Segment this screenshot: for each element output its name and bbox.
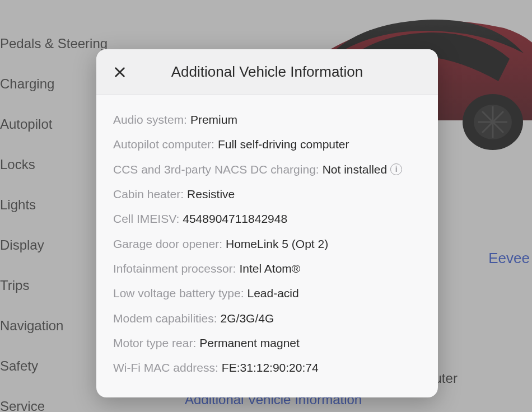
info-value: Premium	[190, 112, 237, 128]
modal-body: Audio system:PremiumAutopilot computer:F…	[96, 95, 438, 397]
info-row: Wi-Fi MAC address:FE:31:12:90:20:74	[113, 355, 421, 380]
info-row: Cabin heater:Resistive	[113, 182, 421, 207]
info-icon[interactable]: i	[390, 163, 402, 175]
info-row: Modem capabilities:2G/3G/4G	[113, 306, 421, 331]
info-row: Cell IMEISV:4548904711842948	[113, 207, 421, 231]
info-label: Low voltage battery type:	[113, 285, 244, 301]
close-button[interactable]	[110, 62, 130, 82]
info-value: FE:31:12:90:20:74	[222, 360, 319, 376]
close-icon	[114, 66, 126, 78]
info-label: Cell IMEISV:	[113, 211, 179, 227]
info-row: CCS and 3rd-party NACS DC charging:Not i…	[113, 157, 421, 182]
additional-vehicle-info-modal: Additional Vehicle Information Audio sys…	[96, 49, 438, 397]
info-label: Autopilot computer:	[113, 137, 214, 152]
info-value: Permanent magnet	[199, 335, 300, 351]
info-row: Garage door opener:HomeLink 5 (Opt 2)	[113, 232, 421, 256]
info-value: Lead-acid	[247, 285, 298, 301]
info-value: Not installed	[323, 162, 388, 177]
info-value: Resistive	[187, 186, 235, 202]
info-value: Intel Atom®	[239, 261, 300, 277]
info-label: Garage door opener:	[113, 236, 222, 252]
modal-title: Additional Vehicle Information	[130, 63, 424, 81]
info-label: Audio system:	[113, 112, 187, 128]
info-value: HomeLink 5 (Opt 2)	[226, 236, 328, 252]
info-label: Wi-Fi MAC address:	[113, 360, 218, 376]
info-row: Autopilot computer:Full self-driving com…	[113, 132, 421, 157]
info-row: Infotainment processor:Intel Atom®	[113, 256, 421, 281]
info-row: Low voltage battery type:Lead-acid	[113, 281, 421, 306]
info-label: CCS and 3rd-party NACS DC charging:	[113, 162, 319, 177]
info-label: Cabin heater:	[113, 186, 184, 202]
info-label: Infotainment processor:	[113, 261, 236, 277]
info-value: 4548904711842948	[183, 211, 287, 227]
info-row: Audio system:Premium	[113, 107, 421, 132]
info-value: 2G/3G/4G	[221, 311, 274, 326]
info-row: Motor type rear:Permanent magnet	[113, 331, 421, 355]
modal-header: Additional Vehicle Information	[96, 49, 438, 95]
info-label: Modem capabilities:	[113, 311, 217, 326]
info-value: Full self-driving computer	[218, 137, 349, 152]
info-label: Motor type rear:	[113, 335, 196, 351]
